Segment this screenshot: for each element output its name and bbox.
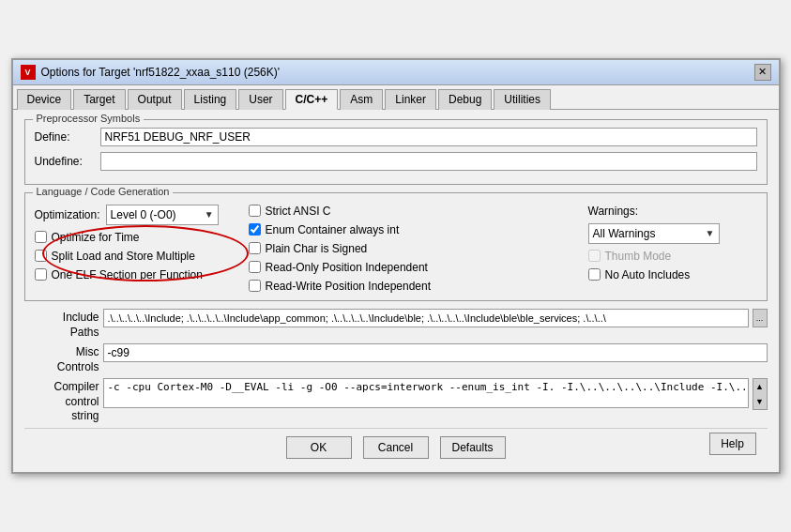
enum-container-label: Enum Container always int [266, 223, 400, 236]
defaults-button[interactable]: Defaults [440, 436, 506, 459]
title-bar: V Options for Target 'nrf51822_xxaa_s110… [13, 60, 779, 85]
compiler-control-row: Compilercontrolstring -c -cpu Cortex-M0 … [24, 378, 768, 424]
one-elf-row: One ELF Section per Function [35, 268, 241, 281]
title-bar-left: V Options for Target 'nrf51822_xxaa_s110… [21, 65, 281, 80]
close-button[interactable]: ✕ [754, 64, 771, 81]
buttons-row: OK Cancel Defaults [24, 428, 768, 463]
lang-codegen-label: Language / Code Generation [33, 186, 174, 197]
optimize-time-checkbox[interactable] [35, 231, 47, 243]
define-label: Define: [35, 130, 100, 144]
lang-col3: Warnings: All Warnings ▼ Thumb Mode No A… [588, 205, 757, 293]
optimization-select[interactable]: Level 0 (-O0) ▼ [106, 205, 219, 225]
optimization-value: Level 0 (-O0) [111, 208, 176, 221]
enum-container-checkbox[interactable] [249, 223, 261, 236]
tab-utilities[interactable]: Utilities [494, 89, 551, 110]
no-auto-includes-checkbox[interactable] [588, 268, 601, 281]
tab-listing[interactable]: Listing [184, 89, 237, 110]
read-only-checkbox[interactable] [249, 261, 261, 273]
read-write-checkbox[interactable] [249, 280, 261, 292]
one-elf-checkbox[interactable] [35, 268, 47, 281]
misc-controls-input[interactable] [103, 343, 768, 362]
read-only-label: Read-Only Position Independent [266, 261, 428, 274]
include-paths-browse-button[interactable]: ... [753, 309, 768, 327]
undefine-label: Undefine: [35, 155, 100, 168]
compiler-control-label: Compilercontrolstring [24, 378, 99, 424]
include-paths-row: IncludePaths ... [24, 309, 768, 340]
no-auto-includes-label: No Auto Includes [605, 268, 691, 281]
warnings-value: All Warnings [593, 227, 656, 240]
misc-controls-label: MiscControls [24, 343, 99, 374]
include-paths-input[interactable] [103, 309, 749, 327]
define-row: Define: [35, 128, 757, 146]
compiler-scroll-down-button[interactable]: ▼ [753, 394, 767, 409]
include-paths-label: IncludePaths [24, 309, 99, 340]
enum-container-row: Enum Container always int [249, 223, 581, 236]
tabs-bar: Device Target Output Listing User C/C++ … [13, 85, 779, 110]
preprocessor-group: Preprocessor Symbols Define: Undefine: [24, 119, 768, 185]
undefine-row: Undefine: [35, 152, 757, 171]
thumb-mode-row: Thumb Mode [588, 250, 757, 263]
lang-col2: Strict ANSI C Enum Container always int … [249, 205, 581, 293]
read-only-row: Read-Only Position Independent [249, 261, 581, 274]
strict-ansi-checkbox[interactable] [249, 205, 261, 217]
warnings-heading-row: Warnings: [588, 205, 757, 218]
content-area: Preprocessor Symbols Define: Undefine: L… [13, 110, 779, 472]
bottom-fields: IncludePaths ... MiscControls Compilerco… [24, 309, 768, 424]
optimization-arrow-icon: ▼ [205, 209, 214, 220]
ok-button[interactable]: OK [286, 436, 352, 459]
window-title: Options for Target 'nrf51822_xxaa_s110 (… [41, 66, 281, 79]
tab-linker[interactable]: Linker [385, 89, 436, 110]
undefine-input[interactable] [100, 152, 757, 171]
optimization-row: Optimization: Level 0 (-O0) ▼ [35, 205, 241, 225]
read-write-label: Read-Write Position Independent [266, 280, 432, 293]
optimize-time-row: Optimize for Time [35, 231, 241, 244]
warnings-arrow-icon: ▼ [706, 228, 715, 238]
tab-device[interactable]: Device [17, 89, 72, 110]
thumb-mode-label: Thumb Mode [605, 250, 672, 263]
split-load-label: Split Load and Store Multiple [52, 250, 195, 263]
compiler-control-wrapper: -c -cpu Cortex-M0 -D__EVAL -li -g -O0 --… [103, 378, 749, 408]
read-write-row: Read-Write Position Independent [249, 280, 581, 293]
preprocessor-group-label: Preprocessor Symbols [33, 113, 145, 124]
lang-col1: Optimization: Level 0 (-O0) ▼ Optimize f… [35, 205, 241, 293]
app-icon: V [21, 65, 36, 80]
tab-target[interactable]: Target [73, 89, 125, 110]
plain-char-checkbox[interactable] [249, 242, 261, 254]
tab-output[interactable]: Output [128, 89, 182, 110]
compiler-scroll-up-button[interactable]: ▲ [753, 379, 767, 394]
compiler-scroll: ▲ ▼ [753, 378, 768, 410]
split-load-row: Split Load and Store Multiple [35, 250, 241, 263]
buttons-area: OK Cancel Defaults Help [24, 428, 768, 463]
cancel-button[interactable]: Cancel [363, 436, 429, 459]
warnings-select[interactable]: All Warnings ▼ [588, 223, 720, 244]
plain-char-row: Plain Char is Signed [249, 242, 581, 255]
strict-ansi-label: Strict ANSI C [266, 205, 331, 218]
plain-char-label: Plain Char is Signed [266, 242, 368, 255]
tab-debug[interactable]: Debug [438, 89, 492, 110]
strict-ansi-row: Strict ANSI C [249, 205, 581, 218]
define-input[interactable] [100, 128, 757, 146]
lang-inner: Optimization: Level 0 (-O0) ▼ Optimize f… [35, 205, 757, 293]
split-load-checkbox[interactable] [35, 250, 47, 262]
thumb-mode-checkbox[interactable] [588, 250, 601, 262]
compiler-control-input[interactable]: -c -cpu Cortex-M0 -D__EVAL -li -g -O0 --… [104, 379, 748, 407]
tab-user[interactable]: User [238, 89, 282, 110]
misc-controls-row: MiscControls [24, 343, 768, 374]
help-button[interactable]: Help [709, 433, 756, 455]
warnings-label: Warnings: [588, 205, 639, 218]
lang-codegen-group: Language / Code Generation Optimization:… [24, 192, 768, 301]
no-auto-includes-row: No Auto Includes [588, 268, 757, 281]
optimize-time-label: Optimize for Time [52, 231, 140, 244]
main-window: V Options for Target 'nrf51822_xxaa_s110… [11, 58, 781, 474]
one-elf-label: One ELF Section per Function [52, 268, 203, 281]
tab-cpp[interactable]: C/C++ [285, 89, 339, 110]
optimization-label: Optimization: [35, 208, 100, 221]
tab-asm[interactable]: Asm [340, 89, 383, 110]
